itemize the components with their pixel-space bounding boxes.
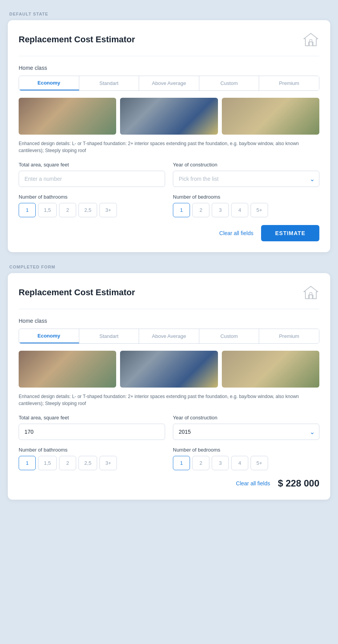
bathrooms-label-completed: Number of bathrooms: [19, 447, 165, 453]
bath-btn-2-completed[interactable]: 2: [59, 456, 76, 470]
home-image-1-completed: [19, 351, 116, 388]
estimate-button-default[interactable]: ESTIMATE: [261, 225, 319, 241]
total-area-input-default[interactable]: [19, 171, 165, 187]
bedrooms-stepper-completed: 1 2 3 4 5+: [173, 456, 319, 470]
result-value: $ 228 000: [278, 478, 319, 489]
bed-btn-4-default[interactable]: 4: [231, 203, 248, 217]
bathrooms-group-completed: Number of bathrooms 1 1,5 2 2,5 3+: [19, 447, 165, 470]
home-image-2-default: [120, 98, 218, 135]
bath-btn-1-default[interactable]: 1: [19, 203, 36, 217]
bath-btn-2_5-completed[interactable]: 2,5: [78, 456, 97, 470]
home-class-label: Home class: [19, 65, 319, 71]
home-class-section-completed: Home class Economy Standart Above Averag…: [19, 318, 319, 344]
year-group-completed: Year of construction Pick from the list …: [173, 415, 319, 440]
home-images-completed: [19, 351, 319, 388]
bedrooms-group-default: Number of bedrooms 1 2 3 4 5+: [173, 194, 319, 217]
default-state-label: DEFAULT STATE: [8, 12, 330, 16]
fields-row-1-completed: Total area, square feet Year of construc…: [19, 415, 319, 440]
bed-btn-3-default[interactable]: 3: [212, 203, 229, 217]
clear-button-default[interactable]: Clear all fields: [219, 230, 253, 236]
bedrooms-label-completed: Number of bedrooms: [173, 447, 319, 453]
home-image-3-default: [222, 98, 319, 135]
default-card-title: Replacement Cost Estimator: [19, 35, 135, 45]
bed-btn-4-completed[interactable]: 4: [231, 456, 248, 470]
house-icon: [302, 31, 319, 48]
bath-btn-2-default[interactable]: 2: [59, 203, 76, 217]
year-label-completed: Year of construction: [173, 415, 319, 421]
home-image-1-default: [19, 98, 116, 135]
tab-standart-default[interactable]: Standart: [79, 76, 139, 90]
tab-premium-default[interactable]: Premium: [259, 76, 319, 90]
actions-row-default: Clear all fields ESTIMATE: [19, 225, 319, 241]
home-class-label-completed: Home class: [19, 318, 319, 324]
bath-btn-1_5-default[interactable]: 1,5: [38, 203, 57, 217]
total-area-label-completed: Total area, square feet: [19, 415, 165, 421]
tab-standart-completed[interactable]: Standart: [79, 329, 139, 343]
home-images-default: [19, 98, 319, 135]
bedrooms-stepper-default: 1 2 3 4 5+: [173, 203, 319, 217]
year-select-completed[interactable]: Pick from the list 201020112012 20132014…: [173, 424, 319, 440]
default-state-card: Replacement Cost Estimator Home class Ec…: [8, 20, 330, 252]
tabs-row-default: Economy Standart Above Average Custom Pr…: [19, 76, 319, 91]
bedrooms-label-default: Number of bedrooms: [173, 194, 319, 200]
total-area-input-completed[interactable]: [19, 424, 165, 440]
total-area-group-default: Total area, square feet: [19, 162, 165, 187]
bed-btn-2-completed[interactable]: 2: [192, 456, 209, 470]
description-completed: Enhanced design details: L- or T-shaped …: [19, 393, 319, 407]
total-area-label-default: Total area, square feet: [19, 162, 165, 168]
bed-btn-1-default[interactable]: 1: [173, 203, 190, 217]
bed-btn-5plus-completed[interactable]: 5+: [251, 456, 268, 470]
year-select-wrapper-completed: Pick from the list 201020112012 20132014…: [173, 424, 319, 440]
fields-row-2-completed: Number of bathrooms 1 1,5 2 2,5 3+ Numbe…: [19, 447, 319, 470]
description-default: Enhanced design details: L- or T-shaped …: [19, 140, 319, 154]
completed-card-title: Replacement Cost Estimator: [19, 287, 135, 298]
completed-state-card: Replacement Cost Estimator Home class Ec…: [8, 273, 330, 500]
tab-premium-completed[interactable]: Premium: [259, 329, 319, 343]
bathrooms-group-default: Number of bathrooms 1 1,5 2 2,5 3+: [19, 194, 165, 217]
tab-economy-default[interactable]: Economy: [19, 76, 79, 90]
bath-btn-1-completed[interactable]: 1: [19, 456, 36, 470]
home-image-2-completed: [120, 351, 218, 388]
home-image-3-completed: [222, 351, 319, 388]
bath-btn-3plus-completed[interactable]: 3+: [99, 456, 117, 470]
bed-btn-1-completed[interactable]: 1: [173, 456, 190, 470]
tab-economy-completed[interactable]: Economy: [19, 329, 79, 343]
actions-row-completed: Clear all fields $ 228 000: [19, 478, 319, 489]
bathrooms-label-default: Number of bathrooms: [19, 194, 165, 200]
bath-btn-1_5-completed[interactable]: 1,5: [38, 456, 57, 470]
bed-btn-2-default[interactable]: 2: [192, 203, 209, 217]
fields-row-2-default: Number of bathrooms 1 1,5 2 2,5 3+ Numbe…: [19, 194, 319, 217]
tab-above-average-default[interactable]: Above Average: [139, 76, 199, 90]
year-select-wrapper-default: Pick from the list 201020112012 20132014…: [173, 171, 319, 187]
fields-row-1-default: Total area, square feet Year of construc…: [19, 162, 319, 187]
clear-button-completed[interactable]: Clear all fields: [236, 480, 270, 486]
total-area-group-completed: Total area, square feet: [19, 415, 165, 440]
tab-custom-default[interactable]: Custom: [199, 76, 260, 90]
bathrooms-stepper-completed: 1 1,5 2 2,5 3+: [19, 456, 165, 470]
bed-btn-3-completed[interactable]: 3: [212, 456, 229, 470]
tab-above-average-completed[interactable]: Above Average: [139, 329, 199, 343]
completed-state-label: COMPLETED FORM: [8, 265, 330, 269]
bath-btn-3plus-default[interactable]: 3+: [99, 203, 117, 217]
year-group-default: Year of construction Pick from the list …: [173, 162, 319, 187]
house-icon-completed: [302, 284, 319, 301]
bath-btn-2_5-default[interactable]: 2,5: [78, 203, 97, 217]
home-class-section: Home class Economy Standart Above Averag…: [19, 65, 319, 91]
tab-custom-completed[interactable]: Custom: [199, 329, 260, 343]
bedrooms-group-completed: Number of bedrooms 1 2 3 4 5+: [173, 447, 319, 470]
year-select-default[interactable]: Pick from the list 201020112012 20132014…: [173, 171, 319, 187]
bathrooms-stepper-default: 1 1,5 2 2,5 3+: [19, 203, 165, 217]
bed-btn-5plus-default[interactable]: 5+: [251, 203, 268, 217]
tabs-row-completed: Economy Standart Above Average Custom Pr…: [19, 329, 319, 344]
year-label-default: Year of construction: [173, 162, 319, 168]
